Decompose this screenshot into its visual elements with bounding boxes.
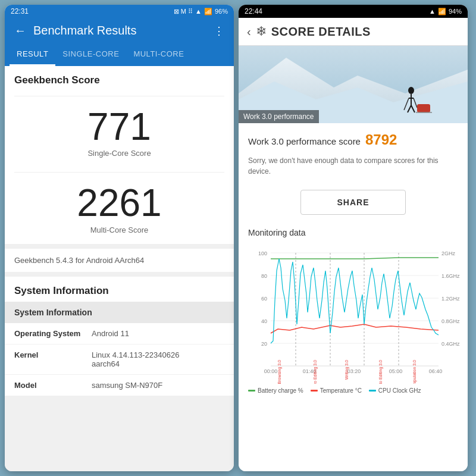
model-value: samsung SM-N970F (92, 381, 162, 390)
svg-text:20: 20 (261, 341, 267, 347)
svg-text:05:00: 05:00 (389, 368, 403, 374)
hero-label: Work 3.0 performance (239, 110, 319, 123)
left-phone: 22:31 ⊠ M ⠿ ▲ 📶 96% ← Benchmark Results … (5, 5, 234, 471)
temp-dot (311, 390, 318, 392)
svg-text:03:20: 03:20 (347, 368, 361, 374)
score-note: Sorry, we don't have enough data to comp… (239, 152, 468, 184)
battery-legend-label: Battery charge % (258, 387, 303, 394)
time-right: 22:44 (245, 7, 262, 15)
chart-area: 100 80 60 40 20 2GHz 1.6GHz 1.2GHz 0.8GH… (239, 241, 468, 384)
monitoring-chart: 100 80 60 40 20 2GHz 1.6GHz 1.2GHz 0.8GH… (239, 241, 468, 384)
cpu-legend-label: CPU Clock GHz (378, 387, 421, 394)
snowflake-icon: ❄ (256, 24, 267, 39)
share-btn-area: SHARE (239, 184, 468, 223)
kernel-value: Linux 4.14.113-22340626aarch64 (92, 350, 179, 368)
svg-text:80: 80 (261, 273, 267, 279)
back-button[interactable]: ← (14, 24, 26, 37)
status-bar-right: 22:44 ▲ 📶 94% (239, 5, 468, 18)
more-options-icon[interactable]: ⋮ (214, 24, 224, 37)
svg-point-3 (408, 87, 414, 94)
score-row: Work 3.0 performance score 8792 (239, 123, 468, 152)
tab-result[interactable]: RESULT (10, 43, 55, 66)
score-row-value: 8792 (365, 131, 397, 148)
single-core-score: 771 (87, 106, 151, 148)
toolbar-title: Benchmark Results (33, 24, 206, 37)
chart-legend: Battery charge % Temperature °C CPU Cloc… (239, 384, 468, 397)
status-icons-right: ▲ 📶 94% (429, 8, 462, 15)
toolbar-left: ← Benchmark Results ⋮ (5, 18, 234, 43)
battery-right: 94% (449, 8, 462, 15)
version-info: Geekbench 5.4.3 for Android AArch64 (5, 249, 234, 272)
temp-legend-label: Temperature °C (320, 387, 362, 394)
left-content: Geekbench Score 771 Single-Core Score 22… (5, 66, 234, 471)
notification-icons: ⊠ M ⠿ (174, 8, 193, 15)
status-bar-left: 22:31 ⊠ M ⠿ ▲ 📶 96% (5, 5, 234, 18)
signal-right-icon: 📶 (438, 8, 446, 15)
right-header: ‹ ❄ SCORE DETAILS (239, 18, 468, 46)
svg-text:00:00: 00:00 (264, 368, 278, 374)
sys-header: System Information (5, 277, 234, 302)
os-key: Operating System (14, 329, 92, 338)
svg-text:1.6GHz: 1.6GHz (441, 273, 460, 279)
geekbench-header: Geekbench Score (5, 66, 234, 91)
svg-text:2GHz: 2GHz (441, 250, 456, 256)
tab-single-core[interactable]: SINGLE-CORE (55, 43, 126, 66)
hero-image: Work 3.0 performance (239, 46, 468, 123)
svg-text:0.4GHz: 0.4GHz (441, 341, 460, 347)
model-row: Model samsung SM-N970F (5, 375, 234, 396)
cpu-dot (369, 390, 376, 392)
single-core-label: Single-Core Score (87, 149, 151, 158)
geekbench-score-card: Geekbench Score 771 Single-Core Score 22… (5, 66, 234, 244)
sys-sub-header: System Information (5, 302, 234, 323)
svg-text:0.8GHz: 0.8GHz (441, 318, 460, 324)
share-button[interactable]: SHARE (300, 190, 405, 215)
multi-core-area: 2261 Multi-Core Score (5, 177, 234, 243)
signal-icon: 📶 (204, 8, 212, 15)
tab-multi-core[interactable]: MULTI-CORE (126, 43, 191, 66)
score-row-label: Work 3.0 performance score (248, 136, 361, 146)
kernel-key: Kernel (14, 350, 92, 368)
monitoring-title: Monitoring data (248, 228, 458, 237)
kernel-row: Kernel Linux 4.14.113-22340626aarch64 (5, 345, 234, 375)
wifi-right-icon: ▲ (429, 8, 436, 15)
svg-text:1.2GHz: 1.2GHz (441, 296, 460, 302)
monitoring-section: Monitoring data (239, 223, 468, 237)
os-value: Android 11 (92, 329, 129, 338)
time-left: 22:31 (11, 7, 29, 15)
tabs-bar: RESULT SINGLE-CORE MULTI-CORE (5, 43, 234, 66)
svg-text:60: 60 (261, 296, 267, 302)
single-core-area: 771 Single-Core Score (5, 101, 234, 167)
svg-text:Web Browsing 3.0: Web Browsing 3.0 (277, 360, 282, 384)
wifi-icon: ▲ (195, 8, 202, 15)
svg-text:100: 100 (258, 250, 267, 256)
system-info-card: System Information System Information Op… (5, 277, 234, 396)
multi-core-label: Multi-Core Score (90, 226, 149, 234)
right-content: Work 3.0 performance score 8792 Sorry, w… (239, 123, 468, 471)
right-phone: 22:44 ▲ 📶 94% ‹ ❄ SCORE DETAILS (239, 5, 468, 471)
battery-dot (248, 390, 255, 392)
svg-text:Video Editing 3.0: Video Editing 3.0 (313, 360, 318, 384)
battery-left: 96% (215, 8, 228, 15)
score-details-title: SCORE DETAILS (271, 25, 371, 39)
svg-rect-10 (417, 104, 430, 112)
status-icons-left: ⊠ M ⠿ ▲ 📶 96% (174, 8, 228, 15)
legend-battery: Battery charge % (248, 387, 303, 394)
svg-text:Writing 3.0: Writing 3.0 (345, 360, 349, 380)
multi-core-score: 2261 (77, 182, 161, 224)
model-key: Model (14, 381, 92, 390)
legend-cpu: CPU Clock GHz (369, 387, 421, 394)
os-row: Operating System Android 11 (5, 323, 234, 345)
svg-text:40: 40 (261, 318, 267, 324)
back-chevron[interactable]: ‹ (247, 25, 251, 39)
svg-text:06:40: 06:40 (429, 368, 443, 374)
legend-temperature: Temperature °C (311, 387, 362, 394)
svg-text:Photo Editing 3.0: Photo Editing 3.0 (378, 360, 383, 384)
svg-text:Data Manipulation 3.0: Data Manipulation 3.0 (412, 360, 417, 384)
